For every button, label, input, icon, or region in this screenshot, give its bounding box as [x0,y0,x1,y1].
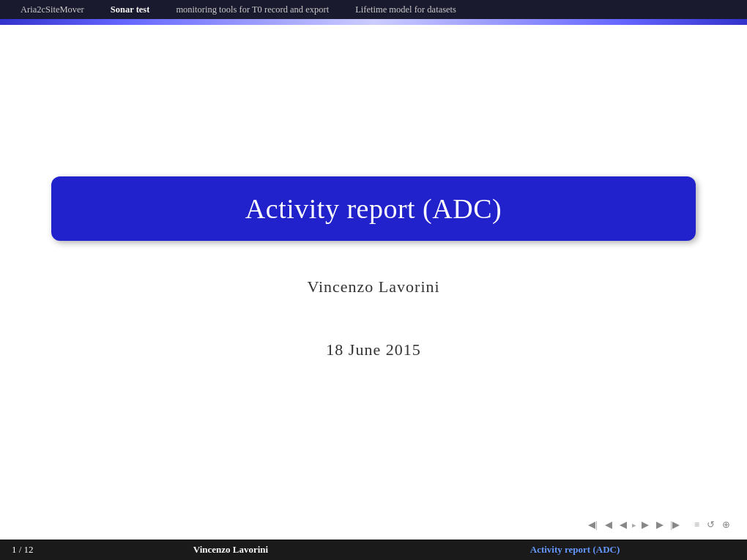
nav-item-aria2csitemover[interactable]: Aria2cSiteMover [7,0,97,19]
nav-prev-icon[interactable]: ◀ [603,518,614,532]
slide-nav-icons[interactable]: ◀| ◀ ◀ ▸ ▶ ▶ |▶ ≡ ↺ ⊕ [586,518,732,532]
slide-author: Vincenzo Lavorini [307,277,439,296]
bottom-title: Activity report (ADC) [403,544,747,556]
nav-last-icon[interactable]: |▶ [669,518,683,532]
top-navigation: Aria2cSiteMover Sonar test monitoring to… [0,0,747,19]
nav-item-lifetime[interactable]: Lifetime model for datasets [342,0,469,19]
bottom-author: Vincenzo Lavorini [59,544,403,556]
nav-next-icon[interactable]: ▶ [654,518,666,532]
title-box: Activity report (ADC) [51,176,696,241]
page-number: 1 / 12 [0,544,59,556]
nav-align-icon[interactable]: ≡ [692,518,702,532]
nav-next-sub-icon[interactable]: ▶ [639,518,651,532]
nav-prev-sub-icon[interactable]: ◀ [617,518,629,532]
slide-date: 18 June 2015 [326,340,420,359]
accent-bar [0,19,747,25]
bottom-bar: 1 / 12 Vincenzo Lavorini Activity report… [0,540,747,560]
nav-separator-2 [685,520,689,529]
nav-refresh-icon[interactable]: ↺ [705,518,717,532]
nav-item-monitoring[interactable]: monitoring tools for T0 record and expor… [163,0,342,19]
nav-item-sonar-test[interactable]: Sonar test [97,0,163,19]
slide-content: Activity report (ADC) Vincenzo Lavorini … [51,176,696,359]
nav-search-icon[interactable]: ⊕ [720,518,732,532]
nav-separator-1: ▸ [632,520,636,530]
nav-first-icon[interactable]: ◀| [586,518,600,532]
slide-title: Activity report (ADC) [245,193,502,224]
slide-area: Activity report (ADC) Vincenzo Lavorini … [0,25,747,540]
